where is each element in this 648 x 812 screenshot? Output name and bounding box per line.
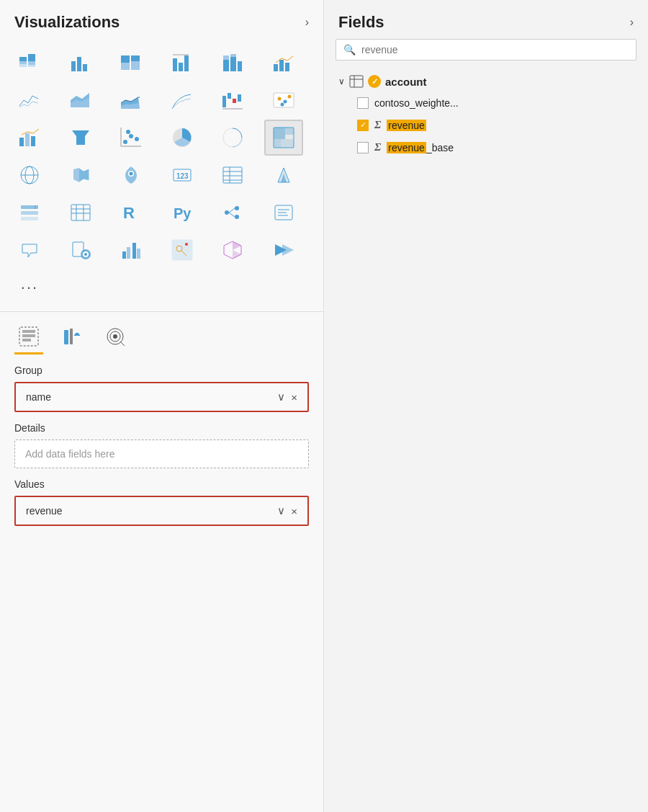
svg-rect-40 — [25, 133, 30, 146]
viz-icon-scatter-map[interactable] — [264, 82, 303, 118]
viz-icon-more[interactable]: ··· — [10, 269, 49, 305]
field-item-revenue[interactable]: Σ revenue — [336, 114, 636, 136]
viz-icon-globe[interactable] — [10, 157, 49, 193]
viz-icon-stacked-column[interactable] — [213, 45, 252, 81]
viz-icon-azure-map[interactable] — [112, 157, 150, 193]
account-check-badge: ✓ — [368, 75, 381, 88]
svg-rect-73 — [21, 217, 38, 220]
viz-icon-grid: 123 R Py — [0, 39, 323, 311]
viz-icon-r-visual[interactable]: R — [112, 195, 150, 231]
svg-rect-23 — [279, 60, 284, 71]
account-expand-arrow[interactable]: ∨ — [338, 76, 345, 86]
group-field-value: name — [26, 391, 51, 403]
viz-icon-python-visual[interactable]: Py — [163, 195, 202, 231]
viz-icon-pie-chart[interactable] — [163, 120, 202, 156]
svg-rect-22 — [274, 64, 278, 71]
viz-icon-azure-maps2[interactable] — [163, 232, 202, 268]
viz-icon-funnel[interactable] — [61, 120, 100, 156]
viz-icon-slicer[interactable] — [10, 195, 49, 231]
values-field-remove[interactable]: × — [291, 505, 297, 517]
group-field-remove[interactable]: × — [291, 391, 297, 403]
svg-rect-17 — [223, 60, 229, 71]
svg-point-82 — [225, 210, 229, 215]
tree-table-account[interactable]: ∨ ✓ account — [336, 71, 636, 92]
viz-icon-custom-visual[interactable] — [213, 232, 252, 268]
svg-rect-32 — [238, 94, 241, 102]
fields-tab[interactable] — [14, 322, 43, 354]
viz-expand-chevron[interactable]: › — [305, 16, 309, 29]
viz-icon-decomp-tree[interactable] — [213, 195, 252, 231]
viz-icon-area-chart[interactable] — [61, 82, 100, 118]
viz-icon-ribbon-chart[interactable] — [163, 82, 202, 118]
svg-point-113 — [113, 334, 117, 339]
viz-icon-forward[interactable] — [264, 232, 303, 268]
svg-rect-72 — [21, 211, 38, 215]
visualizations-panel: Visualizations › — [0, 0, 324, 812]
svg-rect-20 — [230, 54, 236, 57]
viz-icon-scatter[interactable] — [112, 120, 150, 156]
svg-rect-96 — [127, 247, 130, 259]
account-table-icon — [349, 75, 364, 88]
svg-rect-107 — [22, 334, 35, 337]
svg-rect-3 — [28, 54, 35, 61]
revenue-sigma-icon: Σ — [374, 119, 381, 131]
viz-icon-filled-map[interactable] — [61, 157, 100, 193]
viz-icon-line-bar-combo[interactable] — [264, 45, 303, 81]
details-field-zone[interactable]: Add data fields here — [14, 440, 309, 468]
format-tab[interactable] — [58, 322, 86, 354]
viz-icon-waterfall[interactable] — [213, 82, 252, 118]
fields-search-input[interactable]: revenue — [361, 44, 629, 55]
svg-line-86 — [229, 213, 235, 217]
svg-rect-55 — [281, 139, 294, 148]
viz-icon-donut-chart[interactable] — [213, 120, 252, 156]
field-item-revenue-base[interactable]: Σ revenue_base — [336, 136, 636, 159]
viz-icon-qa-visual[interactable] — [10, 232, 49, 268]
viz-panel-header: Visualizations › — [0, 0, 323, 39]
fields-tab-underline — [14, 352, 43, 354]
revenue-field-name: revenue — [387, 120, 426, 131]
revenue-base-field-name: revenue_base — [387, 142, 454, 153]
revenue-base-checkbox[interactable] — [357, 142, 369, 153]
viz-panel-title: Visualizations — [14, 13, 120, 32]
fields-expand-chevron[interactable]: › — [630, 16, 634, 29]
analytics-tab[interactable] — [101, 322, 130, 354]
viz-icon-line-chart[interactable] — [10, 82, 49, 118]
svg-marker-42 — [72, 130, 89, 145]
group-field-zone[interactable]: name ∨ × — [14, 382, 309, 412]
viz-icon-paginated[interactable] — [61, 232, 100, 268]
viz-icon-treemap[interactable] — [264, 120, 303, 156]
svg-text:Py: Py — [174, 205, 192, 221]
revenue-checkbox[interactable] — [357, 120, 369, 131]
svg-rect-24 — [285, 63, 289, 71]
viz-icon-column-chart[interactable] — [163, 45, 202, 81]
viz-icon-smart-narrative[interactable] — [264, 195, 303, 231]
svg-rect-63 — [223, 167, 242, 183]
viz-config-panel: Group name ∨ × Details Add data fields h… — [0, 311, 323, 812]
fields-search-box[interactable]: 🔍 revenue — [336, 39, 636, 61]
values-field-expand[interactable]: ∨ — [277, 504, 285, 517]
group-field-expand[interactable]: ∨ — [277, 391, 285, 403]
svg-rect-115 — [350, 76, 363, 87]
svg-rect-30 — [228, 93, 231, 99]
viz-icon-card[interactable]: 123 — [163, 157, 202, 193]
search-icon: 🔍 — [343, 44, 356, 55]
viz-icon-bar-chart[interactable] — [61, 45, 100, 81]
viz-icon-line-stacked-area[interactable] — [112, 82, 150, 118]
svg-rect-108 — [22, 339, 31, 342]
svg-rect-54 — [274, 139, 281, 148]
viz-icon-combo-chart[interactable] — [10, 120, 49, 156]
viz-icon-table-visual[interactable] — [213, 157, 252, 193]
svg-text:123: 123 — [176, 172, 189, 180]
svg-rect-13 — [173, 58, 177, 71]
viz-icon-stacked-bar[interactable] — [10, 45, 49, 81]
viz-icon-stacked-bar-100[interactable] — [112, 45, 150, 81]
field-item-contoso[interactable]: contoso_weighte... — [336, 92, 636, 114]
contoso-checkbox[interactable] — [357, 97, 369, 109]
svg-rect-75 — [71, 205, 90, 220]
viz-icon-bar-grouped[interactable] — [112, 232, 150, 268]
viz-icon-matrix[interactable] — [61, 195, 100, 231]
svg-point-35 — [277, 97, 281, 101]
viz-icon-kpi[interactable] — [264, 157, 303, 193]
svg-rect-6 — [71, 61, 76, 71]
values-field-zone[interactable]: revenue ∨ × — [14, 496, 309, 526]
